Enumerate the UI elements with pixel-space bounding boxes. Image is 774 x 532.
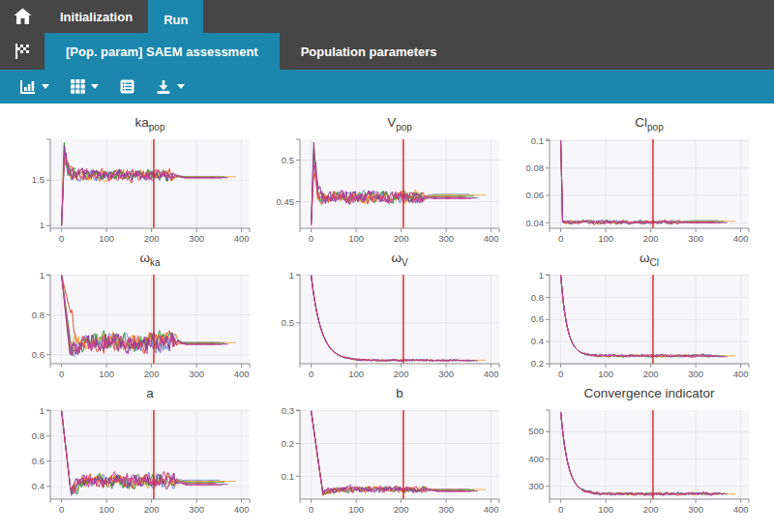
svg-text:0.8: 0.8 <box>32 310 45 320</box>
plot-cell-omega-v: ωV01002003004000.51 <box>261 250 503 385</box>
grid-icon <box>71 79 85 94</box>
plot-title-ka-pop: kapop <box>12 114 253 133</box>
svg-text:0: 0 <box>309 369 313 379</box>
svg-text:200: 200 <box>394 233 409 244</box>
sub-navigation-bar: [Pop. param] SAEM assessment Population … <box>0 33 774 70</box>
svg-text:400: 400 <box>733 369 749 379</box>
svg-text:200: 200 <box>394 504 409 515</box>
results-flag-button[interactable] <box>0 33 45 70</box>
checkered-flag-icon <box>14 43 31 60</box>
svg-text:400: 400 <box>733 504 749 515</box>
svg-text:300: 300 <box>189 504 204 515</box>
plot-canvas-omega-cl: 01002003004000.20.40.60.81 <box>511 269 753 385</box>
svg-text:0.45: 0.45 <box>277 196 295 207</box>
svg-text:300: 300 <box>688 233 703 244</box>
plot-cell-a: a01002003004000.40.60.81 <box>12 385 253 520</box>
chart-icon <box>19 79 36 95</box>
plot-title-b: b <box>261 385 503 404</box>
svg-text:0.8: 0.8 <box>531 292 544 303</box>
plot-canvas-v-pop: 01002003004000.450.5 <box>261 133 503 250</box>
svg-text:0.6: 0.6 <box>32 456 45 466</box>
svg-text:100: 100 <box>598 504 613 515</box>
chart-type-button[interactable] <box>19 79 49 95</box>
svg-text:400: 400 <box>234 504 250 515</box>
plot-cell-omega-ka: ωka01002003004000.60.81 <box>12 250 253 385</box>
svg-text:0.5: 0.5 <box>282 317 294 328</box>
plot-title-omega-v: ωV <box>261 250 503 269</box>
convergence-plots-grid: kapop010020030040011.5Vpop01002003004000… <box>12 114 774 520</box>
tab-population-parameters[interactable]: Population parameters <box>280 33 459 70</box>
export-button[interactable] <box>156 79 185 95</box>
svg-text:0.2: 0.2 <box>531 358 544 369</box>
layout-grid-button[interactable] <box>71 79 99 94</box>
plot-cell-cl-pop: Clpop01002003004000.040.060.080.1 <box>511 114 753 250</box>
svg-text:200: 200 <box>394 369 409 379</box>
svg-text:500: 500 <box>528 426 544 436</box>
svg-text:100: 100 <box>99 504 114 515</box>
svg-text:200: 200 <box>643 233 659 244</box>
svg-text:0: 0 <box>558 504 563 515</box>
settings-list-button[interactable] <box>120 79 134 94</box>
chevron-down-icon <box>177 84 185 89</box>
plot-canvas-omega-ka: 01002003004000.60.81 <box>12 269 253 385</box>
svg-text:1: 1 <box>40 220 45 230</box>
plot-toolbar <box>0 70 774 103</box>
svg-text:0.2: 0.2 <box>282 438 294 449</box>
svg-text:400: 400 <box>733 233 749 244</box>
svg-text:300: 300 <box>688 504 703 515</box>
svg-text:1: 1 <box>289 270 294 281</box>
home-button[interactable] <box>0 0 45 33</box>
svg-text:1: 1 <box>539 270 544 281</box>
tab-initialization[interactable]: Initialization <box>45 0 148 33</box>
svg-text:0: 0 <box>558 369 563 379</box>
svg-text:1.5: 1.5 <box>32 174 45 185</box>
svg-text:100: 100 <box>99 233 114 244</box>
svg-text:300: 300 <box>189 233 204 244</box>
svg-text:1: 1 <box>40 270 45 281</box>
svg-text:0.4: 0.4 <box>531 336 544 346</box>
plot-title-cl-pop: Clpop <box>511 114 753 133</box>
plot-title-omega-cl: ωCl <box>511 250 753 269</box>
svg-text:400: 400 <box>484 369 499 379</box>
svg-text:100: 100 <box>598 233 613 244</box>
svg-text:400: 400 <box>528 454 544 464</box>
svg-text:0: 0 <box>309 504 313 515</box>
svg-text:100: 100 <box>348 233 364 244</box>
svg-text:0: 0 <box>59 369 64 379</box>
svg-text:400: 400 <box>484 233 499 244</box>
plot-canvas-omega-v: 01002003004000.51 <box>261 269 503 385</box>
svg-text:0.4: 0.4 <box>32 481 45 491</box>
chevron-down-icon <box>91 84 99 89</box>
svg-text:200: 200 <box>643 504 659 515</box>
svg-text:300: 300 <box>438 233 454 244</box>
svg-text:1: 1 <box>40 405 45 416</box>
plot-cell-b: b01002003004000.10.20.3 <box>261 385 503 520</box>
svg-text:0: 0 <box>59 233 64 244</box>
svg-text:400: 400 <box>234 233 250 244</box>
svg-text:200: 200 <box>144 233 160 244</box>
svg-text:200: 200 <box>144 504 160 515</box>
plot-canvas-b: 01002003004000.10.20.3 <box>261 404 503 520</box>
plot-canvas-cl-pop: 01002003004000.040.060.080.1 <box>511 133 753 250</box>
plot-cell-convergence-indicator: Convergence indicator0100200300400300400… <box>511 385 753 520</box>
plot-title-v-pop: Vpop <box>261 114 503 133</box>
svg-text:200: 200 <box>144 369 160 379</box>
plot-cell-v-pop: Vpop01002003004000.450.5 <box>261 114 503 250</box>
plot-canvas-ka-pop: 010020030040011.5 <box>12 133 253 250</box>
home-icon <box>14 8 32 25</box>
download-icon <box>156 79 171 95</box>
svg-text:400: 400 <box>234 369 250 379</box>
plot-title-convergence-indicator: Convergence indicator <box>511 385 753 404</box>
tab-run[interactable]: Run <box>148 0 203 39</box>
svg-text:0.8: 0.8 <box>32 430 45 441</box>
plot-cell-ka-pop: kapop010020030040011.5 <box>12 114 253 250</box>
svg-text:0: 0 <box>59 504 64 515</box>
svg-text:300: 300 <box>688 369 703 379</box>
svg-text:0.5: 0.5 <box>282 155 294 165</box>
svg-text:0.06: 0.06 <box>526 190 545 200</box>
svg-text:300: 300 <box>528 481 544 491</box>
plot-canvas-convergence-indicator: 0100200300400300400500 <box>511 404 753 520</box>
svg-text:0.04: 0.04 <box>526 218 545 228</box>
svg-text:100: 100 <box>598 369 613 379</box>
top-navigation-bar: Initialization Run <box>0 0 774 33</box>
